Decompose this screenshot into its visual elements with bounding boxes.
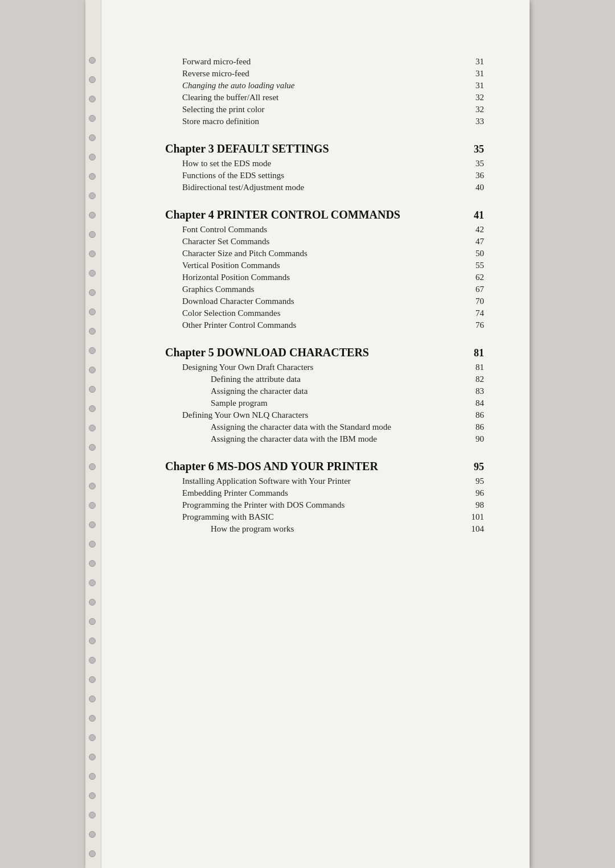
spiral-dot: [89, 347, 96, 354]
entry-page-number: 47: [461, 237, 484, 246]
spiral-dot: [89, 463, 96, 470]
toc-entry: Assigning the character data with the IB…: [165, 434, 484, 444]
left-border: [85, 0, 101, 868]
entry-text: Programming the Printer with DOS Command…: [165, 500, 461, 510]
entry-page-number: 98: [461, 500, 484, 510]
spiral-dot: [89, 57, 96, 64]
entry-page-number: 32: [461, 93, 484, 102]
toc-entry: Assigning the character data83: [165, 386, 484, 396]
toc-entry: Download Character Commands70: [165, 297, 484, 306]
spiral-dot: [89, 425, 96, 431]
toc-entry: Vertical Position Commands55: [165, 261, 484, 270]
entry-page-number: 81: [461, 363, 484, 372]
spiral-dot: [89, 560, 96, 567]
spiral-dot: [89, 599, 96, 606]
entry-text: Character Size and Pitch Commands: [165, 249, 461, 258]
toc-entry: Functions of the EDS settings36: [165, 171, 484, 180]
entry-page-number: 33: [461, 117, 484, 126]
entry-page-number: 90: [461, 434, 484, 444]
entry-page-number: 36: [461, 171, 484, 180]
toc-entry: Designing Your Own Draft Characters81: [165, 363, 484, 372]
entry-text: Reverse micro-feed: [165, 69, 461, 79]
entry-page-number: 55: [461, 261, 484, 270]
spiral-dot: [89, 792, 96, 799]
toc-entry: Programming with BASIC101: [165, 512, 484, 522]
entry-text: Forward micro-feed: [165, 57, 461, 67]
chapter-page-number: 35: [461, 143, 484, 155]
toc-entry: Clearing the buffer/All reset32: [165, 93, 484, 102]
entry-page-number: 86: [461, 410, 484, 420]
toc-content: Forward micro-feed31Reverse micro-feed31…: [165, 57, 484, 534]
chapter-title: Chapter 6 MS-DOS AND YOUR PRINTER: [165, 460, 378, 473]
spiral-dot: [89, 657, 96, 664]
entry-page-number: 95: [461, 476, 484, 486]
entry-text: Sample program: [165, 398, 461, 408]
spiral-dot: [89, 831, 96, 838]
spiral-dot: [89, 250, 96, 257]
spiral-dot: [89, 231, 96, 238]
entry-text: Designing Your Own Draft Characters: [165, 363, 461, 372]
chapter-page-number: 95: [461, 461, 484, 473]
spiral-dot: [89, 676, 96, 683]
spiral-dot: [89, 773, 96, 780]
entry-text: Graphics Commands: [165, 285, 461, 294]
toc-entry: Programming the Printer with DOS Command…: [165, 500, 484, 510]
entry-text: Vertical Position Commands: [165, 261, 461, 270]
entry-page-number: 104: [461, 524, 484, 534]
toc-entry: Graphics Commands67: [165, 285, 484, 294]
spiral-dot: [89, 386, 96, 393]
toc-entry: How to set the EDS mode35: [165, 159, 484, 168]
toc-entry: Font Control Commands42: [165, 225, 484, 235]
toc-entry: How the program works104: [165, 524, 484, 534]
chapter-page-number: 41: [461, 209, 484, 221]
entry-text: Defining the attribute data: [165, 375, 461, 384]
spiral-dot: [89, 76, 96, 83]
spiral-dot: [89, 308, 96, 315]
entry-text: Other Printer Control Commands: [165, 320, 461, 330]
spiral-dot: [89, 579, 96, 586]
entry-text: Color Selection Commandes: [165, 308, 461, 318]
toc-entry: Color Selection Commandes74: [165, 308, 484, 318]
entry-page-number: 35: [461, 159, 484, 168]
spiral-dot: [89, 696, 96, 702]
entry-page-number: 31: [461, 57, 484, 67]
spiral-dot: [89, 192, 96, 199]
spiral-dot: [89, 812, 96, 818]
entry-text: Embedding Printer Commands: [165, 488, 461, 498]
toc-entry: Character Size and Pitch Commands50: [165, 249, 484, 258]
spiral-dot: [89, 483, 96, 489]
spiral-dot: [89, 173, 96, 180]
spiral-dot: [89, 154, 96, 161]
spiral-dot: [89, 444, 96, 451]
entry-page-number: 70: [461, 297, 484, 306]
entry-text: Bidirectional test/Adjustment mode: [165, 183, 461, 192]
spiral-dot: [89, 618, 96, 625]
toc-entry: Sample program84: [165, 398, 484, 408]
entry-page-number: 32: [461, 105, 484, 114]
entry-page-number: 83: [461, 386, 484, 396]
spiral-dot: [89, 850, 96, 857]
spiral-dot: [89, 96, 96, 102]
spiral-dot: [89, 289, 96, 296]
toc-entry: Installing Application Software with You…: [165, 476, 484, 486]
entry-text: How the program works: [165, 524, 461, 534]
toc-entry: Selecting the print color32: [165, 105, 484, 114]
entry-text: Programming with BASIC: [165, 512, 461, 522]
entry-page-number: 74: [461, 308, 484, 318]
spiral-dot: [89, 521, 96, 528]
entry-text: Font Control Commands: [165, 225, 461, 235]
entry-page-number: 82: [461, 375, 484, 384]
spiral-dot: [89, 270, 96, 277]
entry-text: Character Set Commands: [165, 237, 461, 246]
entry-text: Selecting the print color: [165, 105, 461, 114]
entry-text: Defining Your Own NLQ Characters: [165, 410, 461, 420]
entry-text: Changing the auto loading value: [165, 81, 461, 90]
chapter-heading: Chapter 5 DOWNLOAD CHARACTERS81: [165, 346, 484, 359]
entry-page-number: 50: [461, 249, 484, 258]
toc-entry: Store macro definition33: [165, 117, 484, 126]
entry-text: Assigning the character data with the St…: [165, 422, 461, 432]
spiral-dot: [89, 405, 96, 412]
chapter-heading: Chapter 6 MS-DOS AND YOUR PRINTER95: [165, 460, 484, 473]
chapter-title: Chapter 5 DOWNLOAD CHARACTERS: [165, 346, 369, 359]
spiral-dot: [89, 115, 96, 122]
